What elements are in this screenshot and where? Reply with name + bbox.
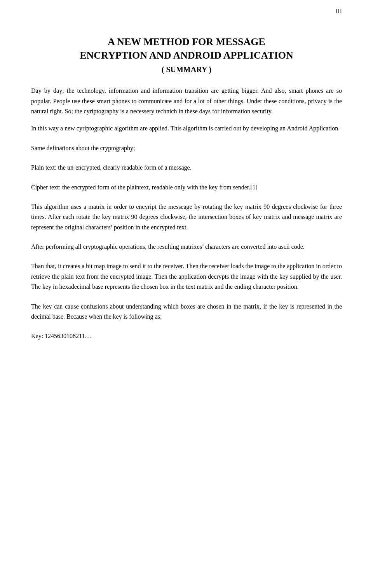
paragraph-5: Cipher text: the encrypted form of the p…: [31, 182, 342, 193]
page: III A NEW METHOD FOR MESSAGE ENCRYPTION …: [0, 0, 373, 588]
paragraph-9: The key can cause confusions about under…: [31, 302, 342, 322]
paragraph-7: After performing all cryptographic opera…: [31, 242, 342, 252]
paragraph-4: Plain text: the un-encrypted, clearly re…: [31, 163, 342, 173]
paragraph-6: This algorithm uses a matrix in order to…: [31, 202, 342, 232]
page-number: III: [336, 8, 342, 15]
key-line: Key: 1245630108211…: [31, 331, 342, 341]
paragraph-2: In this way a new cyriptographic algorit…: [31, 123, 342, 134]
title-section: A NEW METHOD FOR MESSAGE ENCRYPTION AND …: [31, 35, 342, 74]
paragraph-8: Than that, it creates a bit map image to…: [31, 261, 342, 292]
main-title: A NEW METHOD FOR MESSAGE ENCRYPTION AND …: [31, 35, 342, 62]
title-line2: ENCRYPTION AND ANDROID APPLICATION: [80, 50, 293, 61]
paragraph-3: Same definations about the cryptography;: [31, 143, 342, 153]
paragraph-1: Day by day; the technology, information …: [31, 86, 342, 116]
subtitle: ( SUMMARY ): [31, 65, 342, 74]
title-line1: A NEW METHOD FOR MESSAGE: [108, 36, 265, 47]
